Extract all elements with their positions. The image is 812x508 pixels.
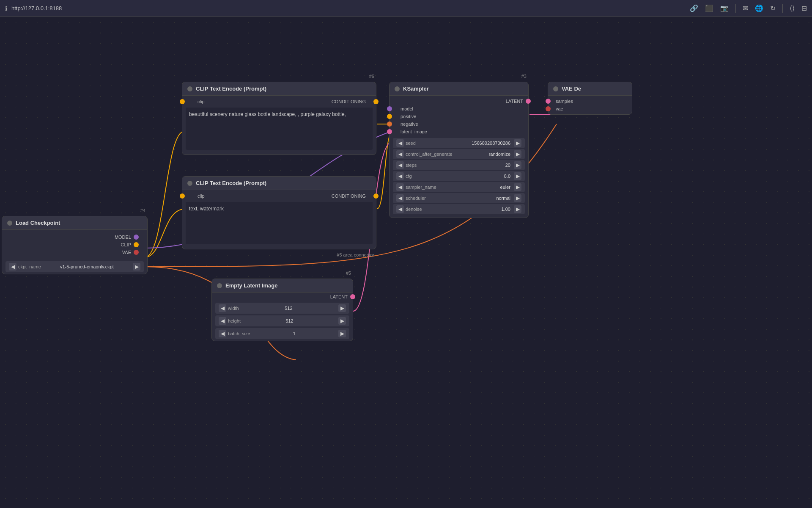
seed-label: seed — [406, 141, 457, 146]
node-status-dot-clip-neg — [187, 181, 192, 186]
width-label: width — [228, 306, 239, 311]
control-value: randomize — [459, 152, 510, 157]
output-clip-label: CLIP — [121, 242, 131, 247]
vae-vae-connector[interactable] — [546, 106, 551, 111]
clip-pos-textarea[interactable] — [186, 108, 373, 150]
sampler-label: sampler_name — [406, 185, 457, 190]
seed-prev-btn[interactable]: ◀ — [396, 139, 404, 147]
output-vae-label: VAE — [122, 250, 131, 255]
clip-neg-textarea[interactable] — [186, 202, 373, 244]
control-next-btn[interactable]: ▶ — [514, 150, 521, 158]
width-param-row: ◀ width 512 ▶ — [215, 303, 349, 314]
refresh-icon[interactable]: ↻ — [770, 4, 776, 12]
width-value: 512 — [241, 306, 337, 311]
clip-pos-output-connector[interactable] — [373, 99, 379, 104]
ksampler-denoise-param: ◀ denoise 1.00 ▶ — [393, 204, 525, 214]
height-param-row: ◀ height 512 ▶ — [215, 315, 349, 326]
node-header-load-checkpoint: Load Checkpoint — [2, 216, 147, 230]
mail-icon[interactable]: ✉ — [743, 4, 748, 12]
node-status-dot-vae — [553, 86, 558, 91]
node-header-ksampler: KSampler — [390, 82, 528, 96]
steps-value: 20 — [459, 163, 510, 168]
ckpt-param-row: ◀ ckpt_name v1-5-pruned-emaonly.ckpt ▶ — [5, 261, 144, 272]
vae-samples-row: samples — [548, 97, 632, 105]
height-prev-btn[interactable]: ◀ — [219, 317, 226, 325]
sampler-prev-btn[interactable]: ◀ — [396, 183, 404, 191]
scheduler-next-btn[interactable]: ▶ — [514, 194, 521, 202]
cfg-next-btn[interactable]: ▶ — [514, 172, 521, 180]
sidebar-icon[interactable]: ⊟ — [801, 4, 807, 12]
ksampler-negative-connector[interactable] — [387, 121, 392, 127]
clip-pos-input-connector[interactable] — [180, 99, 185, 104]
vae-samples-connector[interactable] — [546, 99, 551, 104]
ksampler-latent-image-connector[interactable] — [387, 129, 392, 134]
cfg-prev-btn[interactable]: ◀ — [396, 172, 404, 180]
output-model-label: MODEL — [115, 235, 131, 240]
ksampler-latent-connector[interactable] — [526, 99, 531, 104]
screenshot-icon[interactable]: ⬛ — [705, 4, 713, 12]
node-id-ksampler: #3 — [521, 74, 527, 79]
ksampler-sampler-param: ◀ sampler_name euler ▶ — [393, 182, 525, 192]
ckpt-next-button[interactable]: ▶ — [133, 263, 140, 271]
output-model-connector[interactable] — [134, 235, 139, 240]
ksampler-params: ◀ seed 156680208700286 ▶ ◀ control_after… — [390, 138, 528, 218]
batch-next-btn[interactable]: ▶ — [338, 330, 346, 337]
link-icon[interactable]: 🔗 — [690, 4, 698, 12]
node-title-clip-negative: CLIP Text Encode (Prompt) — [196, 180, 266, 186]
control-prev-btn[interactable]: ◀ — [396, 150, 404, 158]
ckpt-label: ckpt_name — [18, 264, 41, 269]
ksampler-model-label: model — [395, 106, 413, 111]
ksampler-positive-row: positive — [390, 113, 528, 120]
node-header-vae: VAE De — [548, 82, 632, 96]
clip-pos-output-label: CONDITIONING — [332, 99, 366, 104]
node-vae-decode: VAE De samples vae — [548, 82, 632, 115]
ksampler-negative-row: negative — [390, 120, 528, 128]
control-label: control_after_generate — [406, 152, 457, 157]
node-canvas[interactable]: #4 Load Checkpoint MODEL CLIP VAE ◀ ckpt… — [0, 17, 812, 508]
ksampler-output-latent: LATENT — [390, 97, 528, 105]
output-vae-connector[interactable] — [134, 250, 139, 255]
globe-icon[interactable]: 🌐 — [755, 4, 763, 12]
sampler-next-btn[interactable]: ▶ — [514, 183, 521, 191]
empty-latent-output-connector[interactable] — [350, 294, 355, 299]
ksampler-latent-label: LATENT — [506, 99, 523, 104]
code-icon[interactable]: ⟨⟩ — [790, 4, 795, 12]
steps-prev-btn[interactable]: ◀ — [396, 161, 404, 169]
denoise-next-btn[interactable]: ▶ — [514, 205, 521, 213]
cfg-label: cfg — [406, 174, 457, 179]
node-status-dot-ksampler — [395, 86, 400, 91]
height-next-btn[interactable]: ▶ — [338, 317, 346, 325]
scheduler-prev-btn[interactable]: ◀ — [396, 194, 404, 202]
ckpt-prev-button[interactable]: ◀ — [9, 263, 16, 271]
node-id-clip-negative: #5 area connector — [337, 252, 374, 257]
camera-icon[interactable]: 📷 — [720, 4, 729, 12]
batch-label: batch_size — [228, 331, 250, 336]
node-status-dot-empty-latent — [217, 283, 222, 288]
ksampler-positive-connector[interactable] — [387, 114, 392, 119]
browser-toolbar: 🔗 ⬛ 📷 ✉ 🌐 ↻ ⟨⟩ ⊟ — [690, 4, 807, 13]
clip-pos-input-label: clip — [192, 99, 205, 104]
width-prev-btn[interactable]: ◀ — [219, 304, 226, 312]
width-next-btn[interactable]: ▶ — [338, 304, 346, 312]
url-display: http://127.0.0.1:8188 — [11, 5, 62, 11]
clip-neg-input-label: clip — [192, 193, 205, 199]
clip-pos-text-container — [182, 108, 376, 155]
clip-neg-output-connector[interactable] — [373, 193, 379, 199]
height-value: 512 — [242, 318, 337, 323]
output-clip-connector[interactable] — [134, 242, 139, 247]
ksampler-ports: LATENT model positive negative latent_i — [390, 96, 528, 137]
node-title-clip-positive: CLIP Text Encode (Prompt) — [196, 86, 266, 92]
output-vae-row: VAE — [5, 248, 144, 256]
steps-next-btn[interactable]: ▶ — [514, 161, 521, 169]
node-title-vae: VAE De — [562, 86, 581, 92]
batch-size-param-row: ◀ batch_size 1 ▶ — [215, 328, 349, 339]
batch-prev-btn[interactable]: ◀ — [219, 330, 226, 337]
clip-neg-input-connector[interactable] — [180, 193, 185, 199]
node-title-empty-latent: Empty Latent Image — [225, 282, 278, 289]
seed-next-btn[interactable]: ▶ — [514, 139, 521, 147]
denoise-prev-btn[interactable]: ◀ — [396, 205, 404, 213]
node-ksampler: #3 KSampler LATENT model positive — [389, 82, 529, 218]
ksampler-model-connector[interactable] — [387, 106, 392, 111]
node-clip-positive: #6 CLIP Text Encode (Prompt) clip CONDIT… — [182, 82, 376, 155]
node-load-checkpoint: #4 Load Checkpoint MODEL CLIP VAE ◀ ckpt… — [2, 216, 148, 274]
